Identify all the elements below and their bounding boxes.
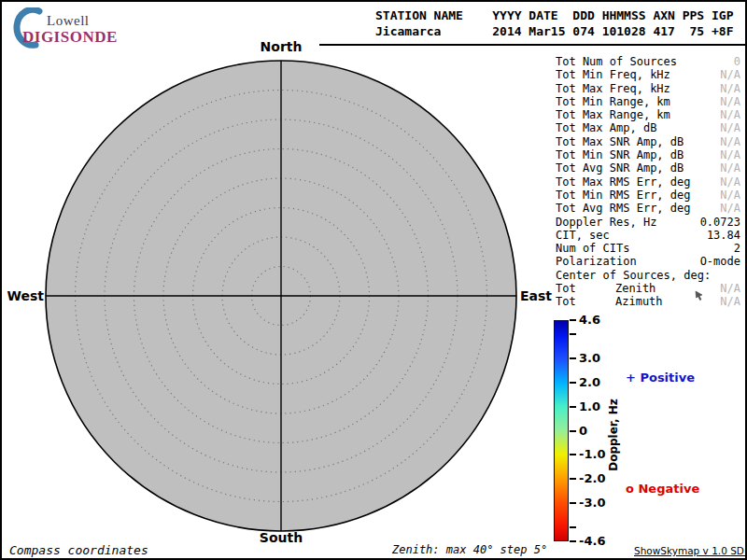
colorbar-tick [570, 357, 576, 359]
stat-value: N/A [720, 121, 740, 134]
stat-value: N/A [720, 282, 740, 295]
colorbar-tick [570, 319, 576, 321]
stat-label: Center of Sources, deg: [556, 269, 711, 282]
colorbar-tick [570, 478, 576, 480]
stat-label: Tot Max Amp, dB [556, 121, 656, 134]
stat-label: Tot Min RMS Err, deg [556, 189, 691, 202]
colorbar-tick-label: -4.6 [579, 534, 605, 548]
stat-row: PolarizationO-mode [556, 255, 740, 268]
stat-value: O-mode [700, 255, 740, 268]
stat-row: Doppler Res, Hz0.0723 [556, 216, 740, 229]
stat-value: 0.0723 [700, 216, 740, 229]
colorbar-tick-label: -3.0 [579, 496, 605, 510]
stat-row: Tot Min SNR Amp, dBN/A [556, 148, 740, 161]
doppler-colorbar [554, 320, 569, 541]
colorbar-tick-label: 0 [579, 424, 587, 438]
colorbar-tick [570, 502, 576, 504]
stat-value: N/A [720, 95, 740, 108]
legend-positive: + Positive [626, 371, 695, 385]
stat-value: N/A [720, 202, 740, 215]
stat-row: CIT, sec13.84 [556, 229, 740, 242]
stat-value: N/A [720, 108, 740, 121]
skymap-polar-plot [38, 53, 524, 539]
stat-value: N/A [720, 161, 740, 175]
stat-label: Tot Max Range, km [556, 108, 670, 121]
logo-lowell-text: Lowell [47, 13, 90, 29]
header-column-titles: STATION NAME YYYY DATE DDD HHMMSS AXN PP… [375, 8, 734, 23]
stat-label: CIT, sec [556, 229, 610, 242]
stat-row: Tot Num of Sources0 [556, 55, 740, 68]
direction-label-north: North [258, 39, 304, 54]
stat-row: Tot Min Range, kmN/A [556, 95, 740, 108]
colorbar-tick [570, 430, 576, 432]
stat-label: Doppler Res, Hz [556, 216, 656, 229]
stat-row: Tot Min RMS Err, degN/A [556, 189, 740, 202]
stat-row: Tot Avg SNR Amp, dBN/A [556, 161, 740, 175]
stat-label: Tot Max SNR Amp, dB [556, 135, 684, 148]
colorbar-tick-label: -2.0 [579, 471, 605, 485]
stat-label: Tot Avg SNR Amp, dB [556, 161, 684, 175]
stat-value: N/A [720, 295, 740, 308]
colorbar-tick-label: 4.6 [579, 313, 600, 327]
stat-label: Tot Min SNR Amp, dB [556, 148, 684, 161]
colorbar-tick-label: 2.0 [579, 375, 600, 389]
stat-label: Tot Min Range, km [556, 95, 670, 108]
stat-label: Tot [556, 295, 576, 308]
colorbar-tick-label: 3.0 [579, 351, 600, 365]
stat-label: Tot Min Freq, kHz [556, 68, 670, 81]
stat-row: Tot Max Freq, kHzN/A [556, 82, 740, 95]
stat-row: Tot Max Range, kmN/A [556, 108, 740, 121]
colorbar-tick [570, 454, 576, 455]
colorbar-tick [570, 526, 576, 528]
stat-value: 0 [734, 55, 740, 68]
stat-label: Num of CITs [556, 242, 629, 255]
colorbar-tick [570, 333, 576, 335]
stat-label: Tot Max RMS Err, deg [556, 175, 691, 189]
lowell-digisonde-logo: Lowell DIGISONDE [11, 7, 142, 47]
stat-row: Tot Avg RMS Err, degN/A [556, 202, 740, 215]
stat-mid-label: Zenith [615, 282, 655, 295]
stat-label: Tot [556, 282, 576, 295]
legend-negative: o Negative [626, 482, 699, 496]
colorbar-tick [570, 406, 576, 408]
direction-label-west: West [4, 288, 44, 303]
colorbar-title: Doppler, Hz [607, 399, 620, 471]
stat-value: N/A [720, 189, 740, 202]
stat-label: Tot Num of Sources [556, 55, 677, 68]
stat-value: 13.84 [707, 229, 740, 242]
colorbar-tick [570, 382, 576, 384]
colorbar-tick-label: 1.0 [579, 399, 600, 413]
stat-mid-label: Azimuth [615, 295, 663, 308]
showskymap-window: Lowell DIGISONDE STATION NAME YYYY DATE … [0, 0, 747, 560]
stat-row: Tot Max Amp, dBN/A [556, 121, 740, 134]
stats-panel: Tot Num of Sources0Tot Min Freq, kHzN/AT… [556, 55, 740, 309]
colorbar-tick [570, 540, 576, 542]
stat-row: Center of Sources, deg: [556, 269, 740, 282]
logo-digisonde-text: DIGISONDE [22, 28, 118, 47]
mouse-cursor-icon [695, 290, 704, 301]
stat-row: TotAzimuthN/A [556, 295, 740, 308]
stat-row: Tot Min Freq, kHzN/A [556, 68, 740, 81]
direction-label-south: South [258, 530, 304, 545]
stat-value: N/A [720, 82, 740, 95]
header-station-values: Jicamarca 2014 Mar15 074 101028 417 75 +… [375, 24, 734, 39]
coordinate-system-label: Compass coordinates [9, 543, 148, 557]
stat-value: 2 [734, 242, 740, 255]
stat-row: Tot Max SNR Amp, dBN/A [556, 135, 740, 148]
stat-row: Tot Max RMS Err, degN/A [556, 175, 740, 189]
colorbar-tick-label: -1.0 [579, 447, 605, 461]
stat-label: Tot Avg RMS Err, deg [556, 202, 691, 215]
stat-label: Polarization [556, 255, 637, 268]
stat-value: N/A [720, 148, 740, 161]
stat-label: Tot Max Freq, kHz [556, 82, 670, 95]
version-label: ShowSkymap v 1.0 SD v 4.2 [634, 545, 747, 556]
header-separator [319, 44, 747, 46]
stat-value: N/A [720, 68, 740, 81]
stat-row: Num of CITs2 [556, 242, 740, 255]
stat-value: N/A [720, 135, 740, 148]
stat-row: TotZenithN/A [556, 282, 740, 295]
stat-value: N/A [720, 175, 740, 189]
zenith-range-label: Zenith: max 40° step 5° [392, 543, 547, 556]
